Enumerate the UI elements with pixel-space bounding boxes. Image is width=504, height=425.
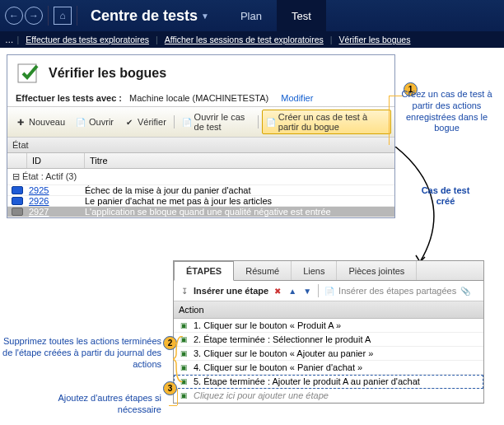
insert-step-button[interactable]: Insérer une étape: [194, 286, 268, 296]
create-icon: 📄: [266, 116, 276, 128]
breadcrumb-more[interactable]: …: [5, 35, 14, 44]
insert-step-icon[interactable]: ↧: [179, 285, 190, 297]
modify-link[interactable]: Modifier: [281, 93, 313, 103]
col-title[interactable]: Titre: [85, 153, 394, 168]
bug-id-link[interactable]: 2925: [27, 185, 85, 195]
check-icon: [16, 60, 42, 86]
new-button[interactable]: ✚Nouveau: [11, 114, 69, 130]
open-test-case-button[interactable]: 📄Ouvrir le cas de test: [178, 110, 255, 134]
bug-icon: [12, 208, 23, 216]
col-icon[interactable]: [7, 153, 27, 168]
bugs-toolbar: ✚Nouveau 📄Ouvrir ✔Vérifier 📄Ouvrir le ca…: [7, 106, 394, 138]
callout-created: Cas de test créé: [420, 185, 471, 207]
step-icon: ▣: [177, 335, 190, 343]
steps-panel: ÉTAPES Résumé Liens Pièces jointes ↧ Ins…: [173, 260, 484, 404]
arrow-to-steps: [387, 147, 453, 270]
step-icon: ▣: [177, 377, 190, 385]
crumb-exploratory[interactable]: Effectuer des tests exploratoires: [22, 35, 152, 44]
action-column-header: Action: [174, 301, 483, 319]
delete-step-icon[interactable]: ✖: [272, 285, 283, 297]
run-with-row: Effectuer les tests avec : Machine local…: [7, 90, 394, 106]
step-row[interactable]: ▣5. Étape terminée : Ajouter le produit …: [174, 375, 483, 389]
breadcrumb: … | Effectuer des tests exploratoires | …: [0, 31, 504, 48]
bug-title: L'application se bloque quand une qualit…: [85, 207, 394, 217]
move-up-icon[interactable]: ▲: [287, 285, 298, 297]
open-icon: 📄: [75, 116, 86, 128]
col-id[interactable]: ID: [27, 153, 85, 168]
nav-back-button[interactable]: ←: [5, 7, 23, 25]
verify-bugs-panel: Vérifier les bogues Effectuer les tests …: [7, 54, 395, 218]
open-button[interactable]: 📄Ouvrir: [71, 114, 118, 130]
bug-id-link[interactable]: 2926: [27, 196, 85, 206]
run-with-value: Machine locale (MACHINETESTA): [129, 93, 268, 103]
verify-button[interactable]: ✔Vérifier: [119, 114, 170, 130]
create-test-from-bug-button[interactable]: 📄Créer un cas de test à partir du bogue: [262, 110, 391, 134]
callout-1-text: Créez un cas de test à partir des action…: [395, 89, 498, 134]
tab-links[interactable]: Liens: [292, 261, 337, 280]
tab-test[interactable]: Test: [277, 0, 326, 31]
tab-plan[interactable]: Plan: [226, 0, 277, 31]
table-row[interactable]: 2925 Échec de la mise à jour du panier d…: [7, 185, 394, 196]
home-button[interactable]: ⌂: [54, 7, 72, 25]
state-bar: État: [7, 138, 394, 153]
bug-icon: [12, 186, 23, 194]
add-step-hint-row[interactable]: ▣Cliquez ici pour ajouter une étape: [174, 389, 483, 403]
shared-steps-icon: 📄: [324, 285, 335, 297]
steps-tabs: ÉTAPES Résumé Liens Pièces jointes: [174, 261, 483, 281]
nav-forward-button[interactable]: →: [25, 7, 43, 25]
crumb-verify-bugs[interactable]: Vérifier les bogues: [336, 35, 414, 44]
steps-toolbar: ↧ Insérer une étape ✖ ▲ ▼ 📄 Insérer des …: [174, 281, 483, 301]
insert-shared-button[interactable]: Insérer des étapes partagées: [338, 286, 456, 296]
table-row[interactable]: 2927 L'application se bloque quand une q…: [7, 207, 394, 217]
step-row[interactable]: ▣2. Étape terminée : Sélectionner le pro…: [174, 333, 483, 347]
callout-2-text: Supprimez toutes les actions terminées d…: [0, 336, 165, 370]
new-icon: ✚: [15, 116, 26, 128]
move-down-icon[interactable]: ▼: [301, 285, 313, 297]
callout-number-3: 3: [163, 381, 177, 395]
step-icon: ▣: [177, 391, 190, 399]
tab-steps[interactable]: ÉTAPES: [174, 261, 234, 281]
column-headers: ID Titre: [7, 153, 394, 169]
bug-id-link[interactable]: 2927: [27, 207, 85, 217]
tab-attachments[interactable]: Pièces jointes: [337, 261, 417, 280]
run-with-label: Effectuer les tests avec :: [16, 93, 122, 103]
nav-separator: [48, 6, 49, 26]
step-icon: ▣: [177, 321, 190, 329]
bug-icon: [12, 197, 23, 205]
page-title: Vérifier les bogues: [49, 66, 166, 81]
app-title: Centre de tests: [91, 7, 198, 25]
toolbar-separator: [258, 115, 259, 128]
toolbar-separator: [174, 115, 175, 128]
annotation-line: [169, 405, 177, 406]
bug-title: Échec de la mise à jour du panier d'acha…: [85, 185, 394, 195]
nav-separator: [77, 6, 77, 26]
callout-number-2: 2: [163, 336, 177, 350]
bug-title: Le panier d'achat ne met pas à jour les …: [85, 196, 394, 206]
step-row[interactable]: ▣3. Cliquer sur le bouton « Ajouter au p…: [174, 347, 483, 361]
callout-3-text: Ajoutez d'autres étapes si nécessaire: [49, 393, 165, 416]
verify-icon: ✔: [124, 116, 135, 128]
toolbar-separator: [318, 284, 319, 297]
tab-summary[interactable]: Résumé: [234, 261, 292, 280]
attach-icon[interactable]: 📎: [460, 285, 471, 297]
step-row[interactable]: ▣4. Cliquer sur le bouton « Panier d'ach…: [174, 361, 483, 375]
top-nav: ← → ⌂ Centre de tests ▼ Plan Test: [0, 0, 504, 31]
step-icon: ▣: [177, 349, 190, 357]
doc-icon: 📄: [182, 116, 192, 128]
step-icon: ▣: [177, 363, 190, 371]
app-title-dropdown[interactable]: Centre de tests ▼: [91, 7, 209, 25]
step-row[interactable]: ▣1. Cliquer sur le bouton « Produit A »: [174, 319, 483, 333]
chevron-down-icon: ▼: [201, 12, 209, 21]
group-row[interactable]: ⊟ État : Actif (3): [7, 169, 394, 185]
table-row[interactable]: 2926 Le panier d'achat ne met pas à jour…: [7, 196, 394, 207]
crumb-sessions[interactable]: Afficher les sessions de test exploratoi…: [161, 35, 327, 44]
